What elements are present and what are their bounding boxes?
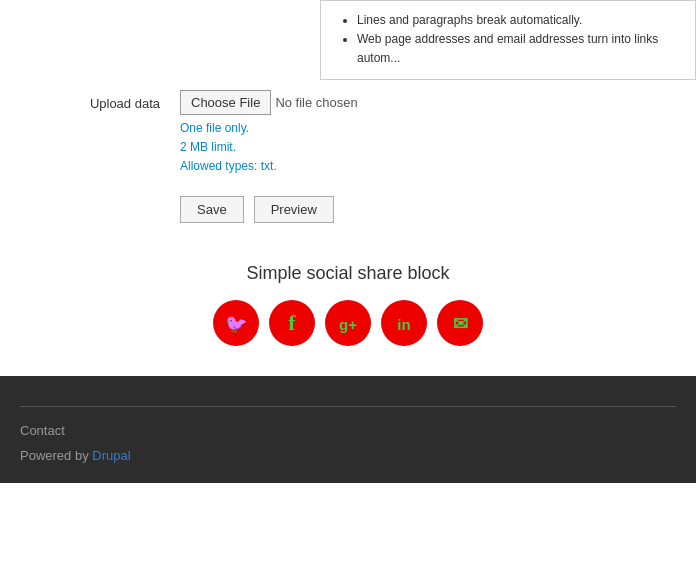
no-file-text: No file chosen (275, 95, 357, 110)
save-button[interactable]: Save (180, 196, 244, 223)
hint-types: Allowed types: txt. (180, 157, 358, 176)
linkedin-icon (397, 312, 410, 335)
googleplus-icon (339, 312, 357, 335)
twitter-icon (225, 312, 247, 335)
upload-row: Upload data Choose File No file chosen O… (0, 80, 696, 187)
upload-label: Upload data (20, 90, 180, 111)
social-icons-row (20, 300, 676, 346)
preview-button[interactable]: Preview (254, 196, 334, 223)
drupal-link[interactable]: Drupal (92, 448, 130, 463)
hint-size: 2 MB limit. (180, 138, 358, 157)
powered-by-text: Powered by (20, 448, 92, 463)
facebook-icon (288, 310, 295, 336)
googleplus-button[interactable] (325, 300, 371, 346)
info-box: Lines and paragraphs break automatically… (320, 0, 696, 80)
email-icon (453, 312, 468, 335)
social-title: Simple social share block (20, 263, 676, 284)
footer: Contact Powered by Drupal (0, 376, 696, 483)
footer-divider (20, 406, 676, 407)
choose-file-button[interactable]: Choose File (180, 90, 271, 115)
linkedin-button[interactable] (381, 300, 427, 346)
upload-hints: One file only. 2 MB limit. Allowed types… (180, 119, 358, 177)
email-button[interactable] (437, 300, 483, 346)
facebook-button[interactable] (269, 300, 315, 346)
contact-link[interactable]: Contact (20, 423, 65, 438)
footer-powered: Powered by Drupal (20, 448, 676, 463)
info-item-1: Lines and paragraphs break automatically… (357, 11, 679, 30)
file-input-row: Choose File No file chosen (180, 90, 358, 115)
buttons-row: Save Preview (0, 186, 696, 243)
upload-control: Choose File No file chosen One file only… (180, 90, 358, 177)
social-section: Simple social share block (0, 243, 696, 376)
info-item-2: Web page addresses and email addresses t… (357, 30, 679, 68)
hint-one-file: One file only. (180, 119, 358, 138)
twitter-button[interactable] (213, 300, 259, 346)
main-content: Lines and paragraphs break automatically… (0, 0, 696, 376)
footer-contact: Contact (20, 423, 676, 438)
info-list: Lines and paragraphs break automatically… (337, 11, 679, 69)
